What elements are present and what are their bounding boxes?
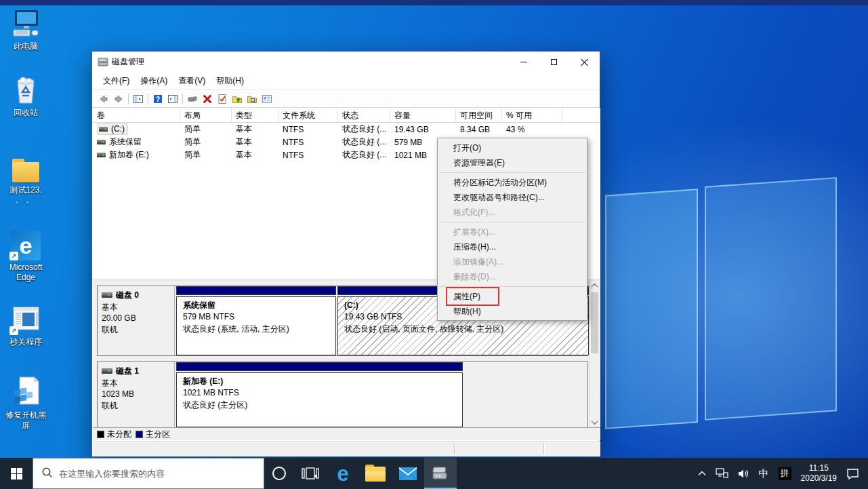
taskbar-file-explorer[interactable] <box>359 458 392 489</box>
task-view-button[interactable] <box>294 458 327 489</box>
disk-1-label[interactable]: 磁盘 1 基本 1023 MB 联机 <box>98 362 175 427</box>
volume-icon <box>97 140 106 144</box>
disk-type: 基本 <box>102 378 170 389</box>
menu-item-shrink-volume[interactable]: 压缩卷(H)... <box>438 239 587 254</box>
volume-pct: 43 % <box>502 125 562 134</box>
scrollbar-thumb[interactable] <box>591 292 598 353</box>
legend-label: 主分区 <box>146 429 170 440</box>
column-header-free[interactable]: 可用空间 <box>456 108 502 122</box>
desktop-icon-test123-folder[interactable]: 测试123. 。。 <box>0 151 51 206</box>
taskbar-mail[interactable] <box>392 458 424 489</box>
menu-item-open[interactable]: 打开(O) <box>438 140 587 155</box>
toolbar-separator <box>148 94 148 104</box>
desktop-icon-fix-black-screen[interactable]: 修复开机黑 屏 <box>0 376 51 431</box>
menu-view[interactable]: 查看(V) <box>173 73 211 89</box>
volume-layout: 简单 <box>180 149 232 161</box>
search-input[interactable] <box>33 458 264 489</box>
taskbar-edge[interactable]: e <box>327 458 359 489</box>
menu-item-extend-volume: 扩展卷(X)... <box>438 224 587 239</box>
legend-bar: 未分配 主分区 <box>93 427 600 440</box>
menu-item-explorer[interactable]: 资源管理器(E) <box>438 155 587 170</box>
desktop-icon-label: Microsoft <box>0 262 51 273</box>
volume-list-header: 卷 布局 类型 文件系统 状态 容量 可用空间 % 可用 <box>93 108 600 123</box>
taskbar-disk-management-active[interactable] <box>424 458 457 489</box>
column-header-filesystem[interactable]: 文件系统 <box>278 108 338 122</box>
show-action-pane-icon[interactable] <box>165 92 180 106</box>
volume-button[interactable] <box>733 458 754 489</box>
column-header-type[interactable]: 类型 <box>232 108 278 122</box>
partition-system-reserved[interactable]: 系统保留 579 MB NTFS 状态良好 (系统, 活动, 主分区) <box>176 286 336 355</box>
ime-mode-button[interactable]: 拼 <box>774 458 796 489</box>
this-pc-icon <box>0 7 51 39</box>
speaker-icon <box>738 469 749 479</box>
edge-icon: e <box>337 463 348 484</box>
cortana-button[interactable] <box>264 458 294 489</box>
column-header-layout[interactable]: 布局 <box>180 108 232 122</box>
disk-1-row: 磁盘 1 基本 1023 MB 联机 新加卷 (E:) 1021 MB NTFS… <box>97 361 588 427</box>
desktop-icon-quick-close-app[interactable]: 秒关程序 <box>0 302 51 347</box>
status-bar <box>93 441 600 456</box>
ime-language-button[interactable]: 中 <box>754 458 774 489</box>
close-icon <box>581 58 588 66</box>
clock-date: 2020/3/19 <box>801 473 837 484</box>
maximize-button[interactable] <box>539 52 569 72</box>
menu-item-help[interactable]: 帮助(H) <box>438 304 587 319</box>
system-tray: 中 拼 11:15 2020/3/19 <box>693 458 868 489</box>
partition-status: 状态良好 (系统, 活动, 主分区) <box>183 324 329 335</box>
show-console-tree-icon[interactable] <box>131 92 146 106</box>
remote-device-icon[interactable] <box>185 92 200 106</box>
column-header-capacity[interactable]: 容量 <box>390 108 456 122</box>
volume-fs: NTFS <box>278 151 338 160</box>
statusbar-separator <box>543 444 544 454</box>
check-document-icon[interactable] <box>215 92 230 106</box>
start-button[interactable] <box>0 458 33 489</box>
menu-item-properties[interactable]: 属性(P) <box>438 289 587 304</box>
menu-file[interactable]: 文件(F) <box>98 73 135 89</box>
folder-search-icon[interactable] <box>245 92 260 106</box>
partition-new-volume-e[interactable]: 新加卷 (E:) 1021 MB NTFS 状态良好 (主分区) <box>176 362 463 427</box>
column-header-volume[interactable]: 卷 <box>93 108 180 122</box>
minimize-button[interactable] <box>508 52 539 72</box>
partition-status: 状态良好 (启动, 页面文件, 故障转储, 主分区) <box>344 324 582 335</box>
partition-stripe <box>176 362 463 371</box>
menu-item-change-letter[interactable]: 更改驱动器号和路径(C)... <box>438 190 587 205</box>
network-button[interactable] <box>711 458 733 489</box>
delete-icon[interactable] <box>200 92 215 106</box>
disk-0-label[interactable]: 磁盘 0 基本 20.00 GB 联机 <box>98 286 175 355</box>
chevron-up-icon <box>698 471 706 476</box>
action-center-icon <box>846 468 859 480</box>
titlebar[interactable]: 磁盘管理 <box>92 52 600 72</box>
taskbar-search[interactable] <box>33 458 264 489</box>
help-icon[interactable]: ? <box>150 92 165 106</box>
back-icon[interactable] <box>96 92 111 106</box>
menu-separator <box>439 222 585 222</box>
menu-action[interactable]: 操作(A) <box>135 73 173 89</box>
taskbar-clock[interactable]: 11:15 2020/3/19 <box>796 458 842 489</box>
column-header-status[interactable]: 状态 <box>338 108 390 122</box>
forward-icon[interactable] <box>111 92 126 106</box>
menu-item-mark-active[interactable]: 将分区标记为活动分区(M) <box>438 175 587 190</box>
volume-name: (C:) <box>111 124 125 134</box>
scroll-up-button[interactable] <box>590 281 600 291</box>
tray-overflow-button[interactable] <box>693 458 711 489</box>
menu-help[interactable]: 帮助(H) <box>211 73 249 89</box>
partition-size: 579 MB NTFS <box>183 311 329 323</box>
desktop-icon-microsoft-edge[interactable]: e Microsoft Edge <box>0 228 51 283</box>
disk-size: 20.00 GB <box>102 313 170 324</box>
vertical-scrollbar[interactable] <box>589 281 599 427</box>
volume-row-c[interactable]: (C:) 简单 基本 NTFS 状态良好 (... 19.43 GB 8.34 … <box>93 123 600 136</box>
scroll-down-button[interactable] <box>590 417 600 427</box>
task-list-icon[interactable] <box>260 92 274 106</box>
folder-up-icon[interactable] <box>230 92 245 106</box>
app-window-icon <box>0 302 51 335</box>
unallocated-swatch <box>97 431 104 438</box>
volume-name: 新加卷 (E:) <box>109 149 149 161</box>
column-header-pct-free[interactable]: % 可用 <box>502 108 562 122</box>
partition-stripe <box>176 286 336 295</box>
close-button[interactable] <box>569 52 600 72</box>
desktop-icon-this-pc[interactable]: 此电脑 <box>0 7 51 52</box>
desktop-icon-label: 回收站 <box>0 108 51 118</box>
desktop-icon-recycle-bin[interactable]: 回收站 <box>0 73 51 118</box>
volume-status: 状态良好 (... <box>338 136 390 148</box>
action-center-button[interactable] <box>842 458 864 489</box>
